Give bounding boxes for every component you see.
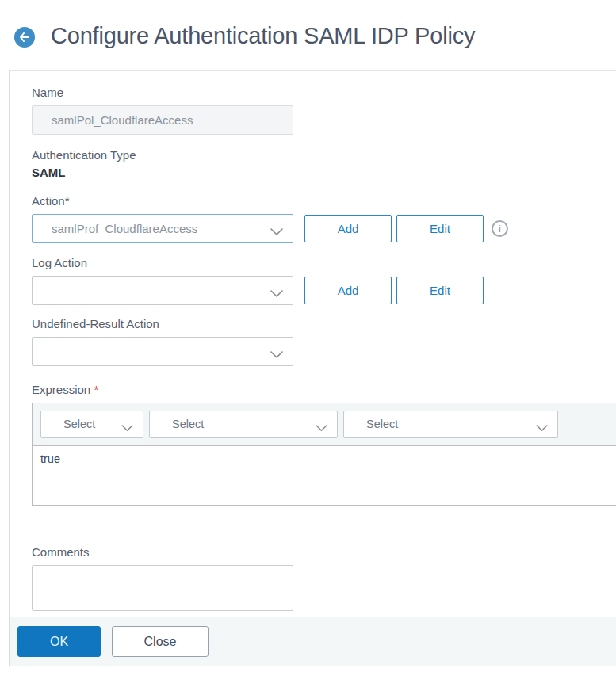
log-action-label: Log Action [32,256,616,269]
expression-label: Expression * [32,383,616,396]
log-action-edit-button[interactable]: Edit [396,277,484,304]
log-action-field: Log Action Add Edit [32,256,616,305]
info-icon[interactable]: i [492,220,508,237]
expression-select-2[interactable]: Select [149,411,338,438]
expression-input[interactable]: true [33,446,616,505]
chevron-down-icon [121,421,133,435]
undefined-result-action-select[interactable] [32,337,293,366]
action-label: Action* [32,194,616,208]
action-field: Action* samlProf_CloudflareAccess Add Ed… [32,194,616,243]
ok-button[interactable]: OK [17,626,101,657]
expression-toolbar: Select Select Select [33,403,616,446]
action-select-value: samlProf_CloudflareAccess [33,215,293,242]
comments-input[interactable] [32,565,293,611]
action-add-button[interactable]: Add [304,215,392,242]
page-title: Configure Authentication SAML IDP Policy [51,23,475,49]
name-label: Name [32,86,616,99]
chevron-down-icon [270,348,283,362]
authentication-type-field: Authentication Type SAML [32,148,616,179]
chevron-down-icon [316,421,327,435]
form-footer: OK Close [10,617,616,666]
expression-label-text: Expression [32,383,90,396]
action-edit-button[interactable]: Edit [396,215,484,242]
authentication-type-value: SAML [32,166,616,179]
expression-editor: Select Select Select [32,403,616,506]
chevron-down-icon [270,287,283,301]
chevron-down-icon [270,225,283,239]
chevron-down-icon [536,421,548,435]
form-panel: Name Authentication Type SAML Action* sa… [9,70,616,666]
action-select[interactable]: samlProf_CloudflareAccess [32,214,293,243]
expression-select-1[interactable]: Select [40,411,143,438]
close-button[interactable]: Close [112,626,209,657]
expression-select-3-value: Select [344,411,557,437]
log-action-add-button[interactable]: Add [304,277,392,304]
back-button[interactable] [14,27,35,48]
expression-select-2-value: Select [150,411,337,437]
authentication-type-label: Authentication Type [32,148,616,162]
arrow-left-icon [19,32,30,42]
undefined-result-action-label: Undefined-Result Action [32,317,616,330]
comments-field: Comments [32,545,616,614]
log-action-select[interactable] [32,276,293,305]
expression-select-3[interactable]: Select [343,411,558,438]
name-field: Name [32,86,616,135]
name-input [32,105,293,135]
undefined-result-action-field: Undefined-Result Action [32,317,616,366]
required-asterisk: * [94,383,98,396]
comments-label: Comments [32,545,616,559]
configure-saml-idp-policy-page: Configure Authentication SAML IDP Policy… [0,0,616,695]
expression-field: Expression * Select Select [32,383,616,506]
